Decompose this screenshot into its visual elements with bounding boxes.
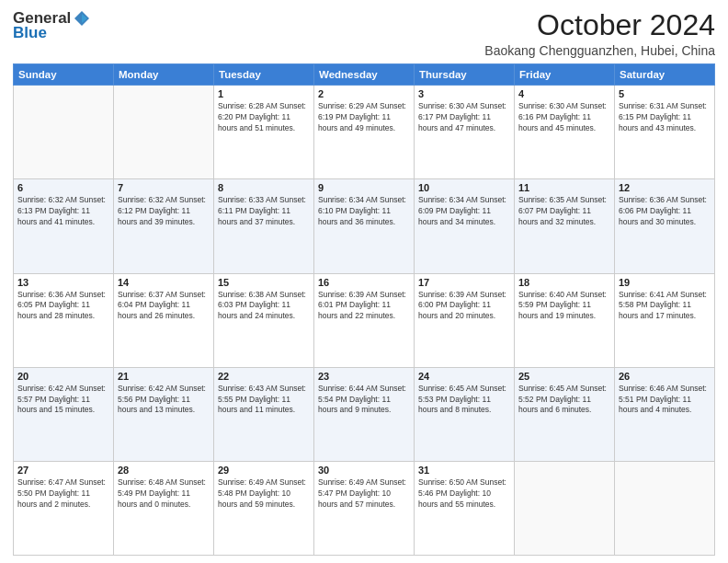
calendar-cell: 29Sunrise: 6:49 AM Sunset: 5:48 PM Dayli… bbox=[214, 461, 314, 555]
logo: General Blue bbox=[13, 9, 91, 42]
day-number: 11 bbox=[518, 182, 610, 193]
day-number: 29 bbox=[218, 465, 310, 476]
week-row-1: 1Sunrise: 6:28 AM Sunset: 6:20 PM Daylig… bbox=[14, 86, 715, 179]
weekday-header-thursday: Thursday bbox=[415, 64, 515, 86]
day-info: Sunrise: 6:36 AM Sunset: 6:05 PM Dayligh… bbox=[17, 290, 109, 323]
calendar-cell: 23Sunrise: 6:44 AM Sunset: 5:54 PM Dayli… bbox=[314, 367, 415, 461]
day-number: 17 bbox=[418, 277, 510, 288]
day-number: 6 bbox=[17, 182, 109, 193]
day-number: 30 bbox=[318, 465, 410, 476]
day-info: Sunrise: 6:43 AM Sunset: 5:55 PM Dayligh… bbox=[218, 384, 310, 417]
day-info: Sunrise: 6:50 AM Sunset: 5:46 PM Dayligh… bbox=[418, 477, 510, 511]
day-info: Sunrise: 6:34 AM Sunset: 6:10 PM Dayligh… bbox=[318, 195, 410, 228]
day-info: Sunrise: 6:45 AM Sunset: 5:53 PM Dayligh… bbox=[418, 384, 510, 417]
day-info: Sunrise: 6:32 AM Sunset: 6:13 PM Dayligh… bbox=[17, 195, 109, 228]
calendar-cell: 3Sunrise: 6:30 AM Sunset: 6:17 PM Daylig… bbox=[415, 86, 515, 179]
calendar-cell bbox=[14, 86, 114, 179]
calendar-cell: 19Sunrise: 6:41 AM Sunset: 5:58 PM Dayli… bbox=[615, 273, 715, 367]
day-number: 5 bbox=[619, 88, 711, 99]
day-info: Sunrise: 6:49 AM Sunset: 5:47 PM Dayligh… bbox=[318, 477, 410, 511]
header: General Blue October 2024 Baokang Chengg… bbox=[13, 9, 715, 58]
calendar-cell bbox=[114, 86, 214, 179]
calendar-cell bbox=[615, 461, 715, 555]
day-info: Sunrise: 6:47 AM Sunset: 5:50 PM Dayligh… bbox=[17, 477, 109, 511]
day-info: Sunrise: 6:35 AM Sunset: 6:07 PM Dayligh… bbox=[518, 195, 610, 228]
week-row-3: 13Sunrise: 6:36 AM Sunset: 6:05 PM Dayli… bbox=[14, 273, 715, 367]
day-number: 18 bbox=[518, 277, 610, 288]
day-number: 12 bbox=[619, 182, 711, 193]
day-info: Sunrise: 6:39 AM Sunset: 6:00 PM Dayligh… bbox=[418, 290, 510, 323]
calendar-cell: 31Sunrise: 6:50 AM Sunset: 5:46 PM Dayli… bbox=[415, 461, 515, 555]
calendar-cell: 13Sunrise: 6:36 AM Sunset: 6:05 PM Dayli… bbox=[14, 273, 114, 367]
day-number: 1 bbox=[218, 88, 310, 99]
day-info: Sunrise: 6:49 AM Sunset: 5:48 PM Dayligh… bbox=[218, 477, 310, 511]
day-number: 14 bbox=[118, 277, 210, 288]
calendar-table: SundayMondayTuesdayWednesdayThursdayFrid… bbox=[13, 63, 715, 556]
week-row-2: 6Sunrise: 6:32 AM Sunset: 6:13 PM Daylig… bbox=[14, 179, 715, 273]
day-info: Sunrise: 6:42 AM Sunset: 5:56 PM Dayligh… bbox=[118, 384, 210, 417]
day-number: 15 bbox=[218, 277, 310, 288]
day-info: Sunrise: 6:37 AM Sunset: 6:04 PM Dayligh… bbox=[118, 290, 210, 323]
day-info: Sunrise: 6:38 AM Sunset: 6:03 PM Dayligh… bbox=[218, 290, 310, 323]
calendar-cell: 7Sunrise: 6:32 AM Sunset: 6:12 PM Daylig… bbox=[114, 179, 214, 273]
day-number: 16 bbox=[318, 277, 410, 288]
calendar-cell: 2Sunrise: 6:29 AM Sunset: 6:19 PM Daylig… bbox=[314, 86, 415, 179]
day-number: 10 bbox=[418, 182, 510, 193]
day-number: 23 bbox=[318, 371, 410, 382]
day-info: Sunrise: 6:33 AM Sunset: 6:11 PM Dayligh… bbox=[218, 195, 310, 228]
weekday-header-row: SundayMondayTuesdayWednesdayThursdayFrid… bbox=[14, 64, 715, 86]
calendar-cell: 21Sunrise: 6:42 AM Sunset: 5:56 PM Dayli… bbox=[114, 367, 214, 461]
day-number: 19 bbox=[619, 277, 711, 288]
calendar-cell: 28Sunrise: 6:48 AM Sunset: 5:49 PM Dayli… bbox=[114, 461, 214, 555]
calendar-cell: 6Sunrise: 6:32 AM Sunset: 6:13 PM Daylig… bbox=[14, 179, 114, 273]
calendar-cell: 26Sunrise: 6:46 AM Sunset: 5:51 PM Dayli… bbox=[615, 367, 715, 461]
day-number: 25 bbox=[518, 371, 610, 382]
day-number: 24 bbox=[418, 371, 510, 382]
day-number: 4 bbox=[518, 88, 610, 99]
calendar-cell: 1Sunrise: 6:28 AM Sunset: 6:20 PM Daylig… bbox=[214, 86, 314, 179]
page: General Blue October 2024 Baokang Chengg… bbox=[0, 0, 728, 563]
calendar-cell: 12Sunrise: 6:36 AM Sunset: 6:06 PM Dayli… bbox=[615, 179, 715, 273]
day-info: Sunrise: 6:28 AM Sunset: 6:20 PM Dayligh… bbox=[218, 101, 310, 134]
weekday-header-sunday: Sunday bbox=[14, 64, 114, 86]
day-info: Sunrise: 6:36 AM Sunset: 6:06 PM Dayligh… bbox=[619, 195, 711, 228]
location-title: Baokang Chengguanzhen, Hubei, China bbox=[484, 43, 715, 58]
calendar-cell: 20Sunrise: 6:42 AM Sunset: 5:57 PM Dayli… bbox=[14, 367, 114, 461]
calendar-cell: 11Sunrise: 6:35 AM Sunset: 6:07 PM Dayli… bbox=[515, 179, 615, 273]
day-info: Sunrise: 6:41 AM Sunset: 5:58 PM Dayligh… bbox=[619, 290, 711, 323]
week-row-4: 20Sunrise: 6:42 AM Sunset: 5:57 PM Dayli… bbox=[14, 367, 715, 461]
calendar-cell: 10Sunrise: 6:34 AM Sunset: 6:09 PM Dayli… bbox=[415, 179, 515, 273]
day-info: Sunrise: 6:29 AM Sunset: 6:19 PM Dayligh… bbox=[318, 101, 410, 134]
day-number: 22 bbox=[218, 371, 310, 382]
day-info: Sunrise: 6:34 AM Sunset: 6:09 PM Dayligh… bbox=[418, 195, 510, 228]
day-number: 20 bbox=[17, 371, 109, 382]
month-title: October 2024 bbox=[484, 9, 715, 41]
weekday-header-tuesday: Tuesday bbox=[214, 64, 314, 86]
calendar-cell: 15Sunrise: 6:38 AM Sunset: 6:03 PM Dayli… bbox=[214, 273, 314, 367]
calendar-cell bbox=[515, 461, 615, 555]
calendar-cell: 18Sunrise: 6:40 AM Sunset: 5:59 PM Dayli… bbox=[515, 273, 615, 367]
calendar-cell: 22Sunrise: 6:43 AM Sunset: 5:55 PM Dayli… bbox=[214, 367, 314, 461]
day-info: Sunrise: 6:39 AM Sunset: 6:01 PM Dayligh… bbox=[318, 290, 410, 323]
day-info: Sunrise: 6:30 AM Sunset: 6:17 PM Dayligh… bbox=[418, 101, 510, 134]
header-right: October 2024 Baokang Chengguanzhen, Hube… bbox=[484, 9, 715, 58]
weekday-header-wednesday: Wednesday bbox=[314, 64, 415, 86]
day-info: Sunrise: 6:32 AM Sunset: 6:12 PM Dayligh… bbox=[118, 195, 210, 228]
day-number: 8 bbox=[218, 182, 310, 193]
day-number: 7 bbox=[118, 182, 210, 193]
day-info: Sunrise: 6:46 AM Sunset: 5:51 PM Dayligh… bbox=[619, 384, 711, 417]
day-info: Sunrise: 6:30 AM Sunset: 6:16 PM Dayligh… bbox=[518, 101, 610, 134]
weekday-header-saturday: Saturday bbox=[615, 64, 715, 86]
calendar-cell: 8Sunrise: 6:33 AM Sunset: 6:11 PM Daylig… bbox=[214, 179, 314, 273]
day-info: Sunrise: 6:44 AM Sunset: 5:54 PM Dayligh… bbox=[318, 384, 410, 417]
calendar-cell: 9Sunrise: 6:34 AM Sunset: 6:10 PM Daylig… bbox=[314, 179, 415, 273]
day-info: Sunrise: 6:42 AM Sunset: 5:57 PM Dayligh… bbox=[17, 384, 109, 417]
calendar-cell: 5Sunrise: 6:31 AM Sunset: 6:15 PM Daylig… bbox=[615, 86, 715, 179]
day-number: 27 bbox=[17, 465, 109, 476]
day-number: 28 bbox=[118, 465, 210, 476]
calendar-cell: 14Sunrise: 6:37 AM Sunset: 6:04 PM Dayli… bbox=[114, 273, 214, 367]
day-number: 31 bbox=[418, 465, 510, 476]
day-info: Sunrise: 6:31 AM Sunset: 6:15 PM Dayligh… bbox=[619, 101, 711, 134]
day-info: Sunrise: 6:48 AM Sunset: 5:49 PM Dayligh… bbox=[118, 477, 210, 511]
calendar-cell: 30Sunrise: 6:49 AM Sunset: 5:47 PM Dayli… bbox=[314, 461, 415, 555]
